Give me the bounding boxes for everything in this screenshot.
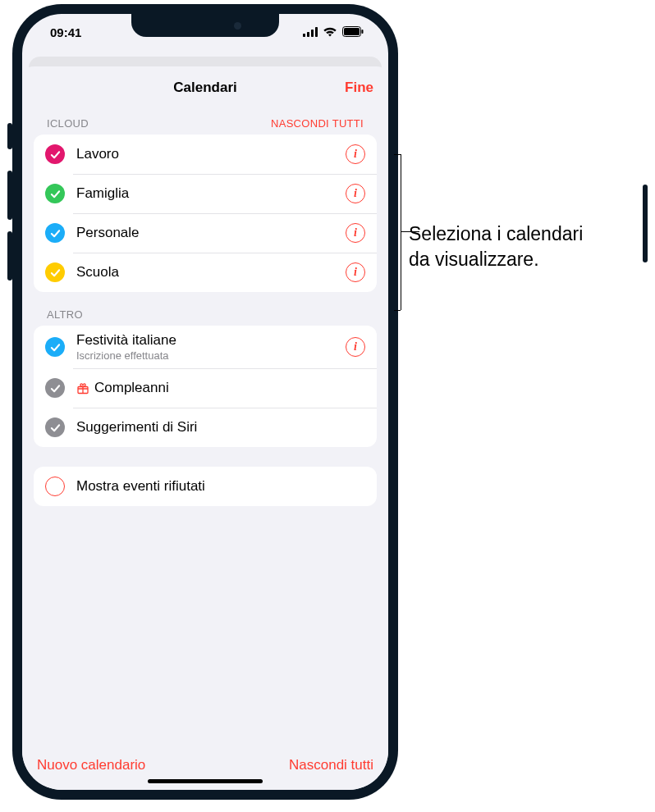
home-indicator[interactable] [148,779,263,783]
section-header-icloud: ICLOUD NASCONDI TUTTI [34,109,377,135]
calendar-label: Compleanni [94,380,365,396]
svg-rect-2 [311,30,314,37]
declined-group: Mostra eventi rifiutati [34,467,377,506]
check-icon [45,378,65,398]
svg-rect-3 [315,27,318,37]
check-icon [45,144,65,164]
info-icon[interactable]: i [346,184,365,203]
calendar-label: Festività italiane [76,332,346,349]
gift-icon [76,381,89,395]
phone-frame: 09:41 Calendari Fine ICLO [12,4,398,800]
show-declined-label: Mostra eventi rifiutati [76,478,365,495]
icloud-group: Lavoro i Famiglia i Person [34,135,377,292]
notch [131,14,279,37]
svg-rect-5 [344,28,360,35]
calendar-label: Scuola [76,264,346,281]
section-header-altro: ALTRO [34,292,377,326]
calendar-row-compleanni[interactable]: Compleanni [34,368,377,408]
wifi-icon [323,25,337,39]
status-time: 09:41 [50,25,81,39]
section-label: ALTRO [47,308,83,321]
sheet-header: Calendari Fine [22,66,388,109]
svg-rect-0 [303,34,305,37]
info-icon[interactable]: i [346,144,365,164]
show-declined-row[interactable]: Mostra eventi rifiutati [34,467,377,506]
check-icon [45,417,65,437]
calendar-label: Suggerimenti di Siri [76,419,365,436]
info-icon[interactable]: i [346,262,365,282]
calendar-row-festivita[interactable]: Festività italiane Iscrizione effettuata… [34,326,377,368]
check-icon [45,223,65,243]
info-icon[interactable]: i [346,223,365,243]
sheet-title: Calendari [173,80,236,96]
calendar-label: Lavoro [76,146,346,162]
callout-line: Seleziona i calendari [409,221,583,247]
hide-all-link[interactable]: NASCONDI TUTTI [271,117,364,130]
check-icon [45,184,65,203]
section-label: ICLOUD [47,117,89,130]
calendar-row-siri[interactable]: Suggerimenti di Siri [34,408,377,447]
check-icon [45,262,65,282]
new-calendar-button[interactable]: Nuovo calendario [37,757,145,773]
calendar-sublabel: Iscrizione effettuata [76,349,346,362]
calendars-sheet: Calendari Fine ICLOUD NASCONDI TUTTI Lav… [22,66,388,790]
calendar-label: Famiglia [76,185,346,202]
cellular-icon [303,25,318,39]
svg-rect-6 [362,30,364,34]
check-icon [45,337,65,357]
calendar-label: Personale [76,225,346,241]
calendar-row-famiglia[interactable]: Famiglia i [34,174,377,213]
battery-icon [342,25,364,39]
calendar-row-scuola[interactable]: Scuola i [34,253,377,292]
svg-rect-1 [307,32,309,37]
altro-group: Festività italiane Iscrizione effettuata… [34,326,377,447]
hide-all-button[interactable]: Nascondi tutti [289,757,373,773]
calendar-row-personale[interactable]: Personale i [34,213,377,253]
unchecked-icon [45,477,65,496]
calendar-row-lavoro[interactable]: Lavoro i [34,135,377,174]
done-button[interactable]: Fine [345,80,373,96]
callout-text: Seleziona i calendari da visualizzare. [409,221,583,272]
info-icon[interactable]: i [346,337,365,357]
callout-line: da visualizzare. [409,247,583,272]
